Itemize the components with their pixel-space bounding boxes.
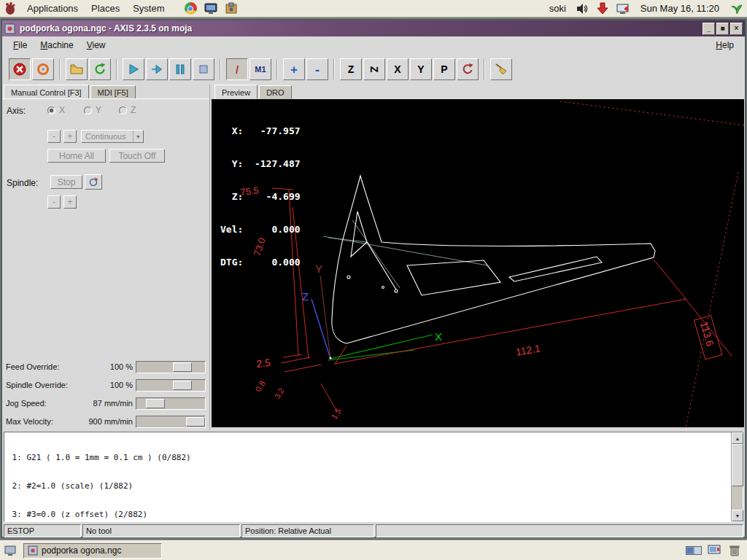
feed-override-slider[interactable]	[136, 361, 206, 373]
username-label[interactable]: soki	[549, 3, 566, 14]
coordinate-axes: X Y Z	[302, 262, 442, 360]
jog-plus-button[interactable]: +	[63, 130, 77, 143]
rotate-view-button[interactable]	[457, 58, 479, 80]
toolbar-separator	[333, 59, 335, 79]
clock-label[interactable]: Sun May 16, 11:20	[640, 3, 719, 14]
remote-display-icon[interactable]	[615, 1, 631, 17]
feed-override-row: Feed Override: 100 %	[2, 360, 210, 375]
workspace-icon	[686, 545, 702, 556]
taskbar-window-button[interactable]: podporka ogona.ngc	[23, 543, 162, 559]
jog-mode-select[interactable]: Continuous ▼	[81, 130, 144, 143]
broom-icon	[494, 62, 508, 77]
skip-lines-toggle[interactable]: /	[226, 58, 248, 80]
zoom-out-button[interactable]: -	[306, 58, 328, 80]
workspace-switcher[interactable]	[686, 542, 702, 559]
dimension-0-8: 0.8	[254, 379, 267, 393]
scroll-up-button[interactable]: ▲	[732, 432, 743, 444]
power-icon	[36, 62, 50, 77]
view-y-button[interactable]: Y	[410, 58, 432, 80]
toolbar-separator	[116, 59, 117, 79]
display-applet[interactable]	[706, 542, 722, 559]
folder-icon	[69, 62, 84, 77]
menu-file[interactable]: File	[7, 38, 34, 52]
optional-pause-toggle[interactable]: M1	[249, 58, 271, 80]
max-velocity-thumb[interactable]	[186, 417, 205, 427]
axis-x-radio[interactable]: X	[47, 105, 65, 115]
update-notifier-icon[interactable]	[595, 1, 611, 17]
browser-launcher-icon[interactable]	[182, 1, 198, 17]
displays-launcher-icon[interactable]	[203, 1, 219, 17]
reload-button[interactable]	[89, 58, 111, 80]
menu-help[interactable]: Help	[709, 38, 740, 52]
scroll-down-button[interactable]: ▼	[732, 510, 743, 521]
show-desktop-icon[interactable]	[2, 542, 18, 559]
axis-y-radio[interactable]: Y	[84, 105, 101, 115]
feed-override-thumb[interactable]	[173, 362, 192, 372]
open-file-button[interactable]	[66, 58, 88, 80]
preview-canvas[interactable]: X Y Z	[212, 99, 744, 427]
machine-limit-line	[686, 172, 738, 427]
toolbar-separator	[484, 59, 485, 79]
tab-dro[interactable]: DRO	[259, 85, 291, 99]
tab-preview[interactable]: Preview	[214, 85, 258, 99]
spindle-label: Spindle:	[7, 178, 38, 188]
view-rotated-z-button[interactable]: Z	[363, 58, 385, 80]
machine-power-button[interactable]	[32, 58, 54, 80]
monitor-icon	[204, 1, 218, 16]
menu-places[interactable]: Places	[85, 0, 126, 18]
spindle-forward-button[interactable]	[85, 174, 102, 190]
run-step-button[interactable]	[146, 58, 168, 80]
spindle-override-thumb[interactable]	[173, 381, 192, 390]
desktop: Applications Places System soki	[0, 0, 747, 560]
dro-y: Y: -127.487	[220, 158, 301, 169]
radio-circle	[119, 106, 127, 114]
cnc-launcher-icon[interactable]	[223, 1, 239, 17]
menu-applications[interactable]: Applications	[20, 0, 85, 18]
dimension-2-5: 2.5	[256, 357, 271, 370]
axis-z-radio[interactable]: Z	[119, 105, 136, 115]
jog-speed-slider[interactable]	[136, 397, 206, 410]
touch-off-button[interactable]: Touch Off	[109, 149, 165, 163]
view-perspective-button[interactable]: P	[433, 58, 455, 80]
trash-applet[interactable]	[727, 542, 743, 559]
home-all-button[interactable]: Home All	[47, 149, 106, 163]
volume-icon[interactable]	[574, 1, 590, 17]
gcode-line[interactable]: 1: G21 ( 1.0 = 1mm = 0.1 cm ) (0/882)	[7, 453, 729, 462]
tab-mdi[interactable]: MDI [F5]	[90, 85, 136, 99]
gcode-listing[interactable]: 1: G21 ( 1.0 = 1mm = 0.1 cm ) (0/882) 2:…	[4, 432, 743, 522]
gcode-line[interactable]: 2: #2=1.0 (scale) (1/882)	[7, 481, 729, 491]
gcode-line[interactable]: 3: #3=0.0 (z offset) (2/882)	[7, 510, 729, 519]
menu-machine[interactable]: Machine	[34, 38, 80, 52]
minus-icon: -	[315, 63, 320, 77]
menu-system[interactable]: System	[126, 0, 171, 18]
menu-view[interactable]: View	[80, 38, 112, 52]
pause-button[interactable]	[169, 58, 191, 80]
minimize-button[interactable]: _	[703, 23, 715, 35]
view-x-button[interactable]: X	[387, 58, 409, 80]
zoom-in-button[interactable]: +	[283, 58, 305, 80]
jog-speed-label: Jog Speed:	[6, 399, 47, 408]
close-button[interactable]: ×	[730, 23, 743, 35]
bottom-taskbar: podporka ogona.ngc	[0, 540, 747, 560]
machine-limit-line	[560, 101, 744, 125]
spindle-override-row: Spindle Override: 100 %	[2, 378, 210, 393]
clear-plot-button[interactable]	[490, 58, 512, 80]
tab-manual-control[interactable]: Manual Control [F3]	[4, 85, 89, 99]
view-z-button[interactable]: Z	[340, 58, 362, 80]
titlebar[interactable]: podporka ogona.ngc - AXIS 2.3.5 on moja …	[2, 20, 745, 36]
main-menu-icon[interactable]	[2, 1, 18, 17]
max-velocity-slider[interactable]	[136, 416, 206, 428]
spindle-minus-button[interactable]: -	[47, 195, 61, 209]
spindle-stop-button[interactable]: Stop	[50, 175, 82, 189]
estop-button[interactable]	[9, 58, 31, 80]
jog-speed-thumb[interactable]	[146, 399, 165, 408]
spindle-override-slider[interactable]	[136, 379, 206, 392]
stop-button[interactable]	[193, 58, 214, 80]
user-switcher-icon[interactable]	[729, 1, 745, 17]
spindle-plus-button[interactable]: +	[63, 195, 77, 209]
scroll-thumb[interactable]	[732, 444, 743, 486]
gcode-scrollbar[interactable]: ▲ ▼	[731, 432, 743, 521]
run-button[interactable]	[123, 58, 144, 80]
jog-minus-button[interactable]: -	[47, 130, 61, 143]
maximize-button[interactable]: ■	[716, 23, 729, 35]
